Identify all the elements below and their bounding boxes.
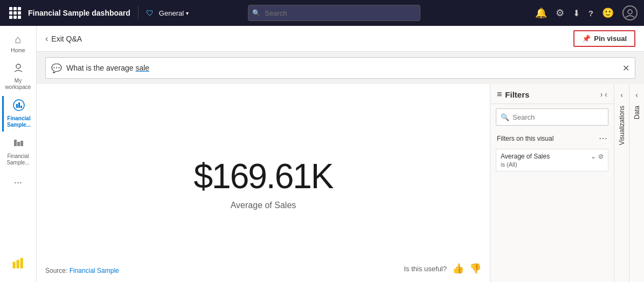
source-link[interactable]: Financial Sample [70, 267, 119, 274]
global-search-input[interactable] [248, 5, 420, 21]
pin-visual-label: Pin visual [594, 35, 627, 43]
qa-input-bar: 💬 What is the average sale ✕ [45, 57, 635, 79]
thumbs-down-button[interactable]: 👎 [469, 263, 481, 274]
filters-title-row: ≡ Filters [497, 90, 529, 99]
right-panels: ≡ Filters › ‹ 🔍 Filters on this vis [490, 84, 644, 282]
nav-icon-group: 🔔 ⚙ ⬇ ? 🙂 [535, 5, 638, 20]
pin-icon: 📌 [582, 35, 591, 43]
data-tab-panel: ‹ Data [629, 84, 644, 282]
filters-search-input[interactable] [513, 113, 604, 121]
content-area: ‹ Exit Q&A 📌 Pin visual 💬 What is the av… [37, 26, 644, 282]
global-search-container: 🔍 [248, 5, 420, 21]
svg-rect-11 [20, 258, 23, 269]
nav-divider [138, 6, 139, 19]
svg-rect-7 [17, 142, 20, 146]
svg-rect-9 [12, 262, 15, 269]
sidebar-financial-sample-1-label: Financial Sample... [6, 115, 32, 128]
notification-button[interactable]: 🔔 [535, 7, 547, 19]
svg-rect-5 [20, 106, 22, 108]
thumbs-up-button[interactable]: 👍 [452, 263, 464, 274]
visualizations-collapse-button[interactable]: ‹ [618, 88, 625, 101]
chevron-down-icon: ▾ [186, 10, 189, 16]
svg-rect-10 [16, 260, 19, 269]
sidebar-home-label: Home [11, 47, 25, 54]
general-dropdown[interactable]: General ▾ [159, 9, 189, 17]
main-value: $169.61K [193, 156, 333, 196]
svg-point-0 [628, 10, 632, 14]
filters-header-actions: › ‹ [600, 90, 607, 99]
qa-header: ‹ Exit Q&A 📌 Pin visual [37, 26, 644, 52]
pin-visual-button[interactable]: 📌 Pin visual [573, 30, 635, 47]
exit-qa-label: Exit Q&A [51, 35, 82, 43]
feedback-button[interactable]: 🙂 [602, 7, 614, 19]
search-icon: 🔍 [252, 9, 260, 17]
workspace-icon [13, 63, 24, 76]
filters-collapse-button[interactable]: ‹ [605, 90, 607, 99]
download-button[interactable]: ⬇ [573, 8, 580, 18]
top-nav: Financial Sample dashboard 🛡 General ▾ 🔍… [0, 0, 644, 26]
source-text: Source: Financial Sample [45, 267, 119, 274]
filters-section-label: Filters on this visual [497, 135, 553, 142]
filters-search-bar: 🔍 [496, 108, 608, 126]
filter-item-header: Average of Sales ⌄ ⊘ [501, 153, 604, 160]
filters-panel: ≡ Filters › ‹ 🔍 Filters on this vis [490, 84, 614, 282]
svg-rect-8 [20, 141, 23, 146]
qa-query-underlined: sale [135, 64, 149, 72]
filters-section-title: Filters on this visual ⋯ [490, 130, 614, 147]
data-collapse-button[interactable]: ‹ [633, 88, 640, 101]
qa-query-prefix: What is the average [66, 64, 135, 72]
filter-item-actions: ⌄ ⊘ [591, 153, 604, 160]
source-prefix: Source: [45, 267, 70, 274]
useful-question: Is this useful? [404, 265, 447, 273]
filters-icon: ≡ [497, 90, 502, 99]
sidebar-workspace-label: My workspace [4, 78, 32, 91]
svg-rect-4 [18, 102, 20, 108]
sidebar: ⌂ Home My workspace Financial Sa [0, 26, 37, 282]
filters-search-icon: 🔍 [501, 113, 509, 121]
visualization-area: $169.61K Average of Sales Source: Financ… [37, 84, 490, 282]
financial-sample-1-icon [13, 99, 25, 114]
svg-rect-6 [14, 140, 17, 146]
general-label: General [159, 9, 184, 17]
power-bi-logo [11, 256, 26, 273]
filters-header: ≡ Filters › ‹ [490, 84, 614, 104]
visualizations-tab-label[interactable]: Visualizations [616, 101, 628, 149]
filter-item-label: Average of Sales [501, 153, 550, 160]
filters-title: Filters [505, 90, 529, 99]
qa-query-display[interactable]: What is the average sale [66, 64, 622, 72]
user-avatar[interactable] [622, 5, 638, 20]
avatar-icon [625, 8, 635, 18]
home-icon: ⌂ [15, 33, 21, 46]
grid-menu-button[interactable] [6, 4, 24, 22]
sidebar-item-financial-sample-1[interactable]: Financial Sample... [2, 96, 34, 132]
sidebar-bottom [11, 256, 26, 278]
more-icon: ... [14, 175, 22, 185]
data-tab-label[interactable]: Data [631, 101, 643, 123]
filters-expand-button[interactable]: › [600, 90, 603, 99]
main-body: $169.61K Average of Sales Source: Financ… [37, 84, 644, 282]
visualizations-tab-panel: ‹ Visualizations [614, 84, 629, 282]
main-label: Average of Sales [231, 201, 296, 210]
sidebar-item-financial-sample-2[interactable]: Financial Sample... [2, 134, 34, 169]
settings-button[interactable]: ⚙ [556, 7, 564, 19]
svg-point-1 [16, 64, 20, 68]
filter-item-value: is (All) [501, 161, 604, 168]
filter-expand-button[interactable]: ⌄ [591, 153, 596, 160]
exit-qa-button[interactable]: ‹ Exit Q&A [45, 34, 82, 44]
main-layout: ⌂ Home My workspace Financial Sa [0, 26, 644, 282]
useful-row: Is this useful? 👍 👎 [404, 263, 482, 274]
sidebar-item-home[interactable]: ⌂ Home [2, 30, 34, 57]
filter-clear-button[interactable]: ⊘ [598, 153, 604, 160]
financial-sample-2-icon [12, 137, 24, 152]
sidebar-item-my-workspace[interactable]: My workspace [2, 59, 34, 94]
grid-icon [9, 7, 21, 19]
shield-icon: 🛡 [146, 9, 154, 17]
app-title: Financial Sample dashboard [28, 9, 130, 17]
filter-item-average-sales: Average of Sales ⌄ ⊘ is (All) [496, 149, 608, 171]
sidebar-financial-sample-2-label: Financial Sample... [4, 153, 32, 166]
qa-close-button[interactable]: ✕ [622, 63, 629, 73]
sidebar-more-button[interactable]: ... [11, 171, 25, 189]
back-arrow-icon: ‹ [45, 34, 48, 44]
filters-section-menu[interactable]: ⋯ [599, 133, 607, 143]
help-button[interactable]: ? [588, 9, 593, 18]
